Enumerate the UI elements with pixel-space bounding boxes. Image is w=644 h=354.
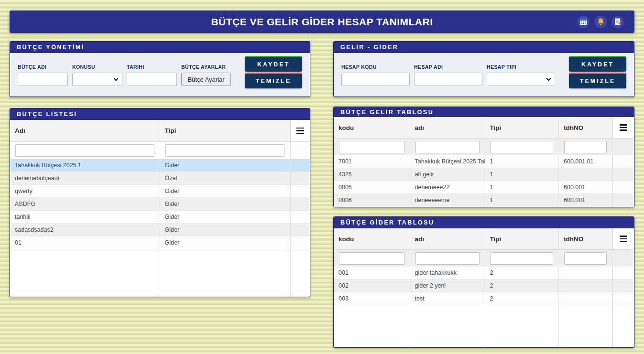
cell-adi: test: [410, 292, 485, 305]
cell-tdhno: [559, 279, 612, 292]
note-edit-icon[interactable]: [611, 16, 624, 28]
cell-adi: ASDFG: [10, 198, 160, 211]
budget-list-filter-row: [10, 142, 310, 159]
tarihi-input[interactable]: [127, 73, 177, 86]
budget-list-empty-area: [10, 249, 310, 297]
column-header-tdhno[interactable]: tdhNO: [559, 117, 612, 139]
calendar-icon-glyph: [579, 18, 588, 26]
adi-filter-input[interactable]: [415, 252, 480, 265]
hesap-kodu-input[interactable]: [341, 73, 410, 86]
budget-name-field: BÜTÇE ADI: [18, 64, 68, 88]
tdhno-filter-input[interactable]: [564, 252, 607, 265]
column-header-adi[interactable]: adı: [410, 228, 485, 250]
budget-name-input[interactable]: [18, 73, 68, 86]
hamburger-menu-icon[interactable]: [618, 122, 629, 133]
column-chooser-cell: [290, 120, 310, 142]
column-chooser-cell: [612, 228, 634, 250]
hamburger-menu-icon[interactable]: [618, 234, 629, 244]
header-icon-group: [577, 11, 624, 33]
cell-tipi: 2: [485, 292, 559, 305]
cell-kodu: 002: [334, 279, 410, 292]
cell-empty: [612, 194, 634, 207]
cell-tipi: 2: [485, 267, 559, 279]
expense-table-filter-row: [334, 250, 634, 267]
income-table-panel: BÜTÇE GELİR TABLOSU kodu adı Tipi tdhNO: [333, 107, 634, 207]
income-expense-actions: KAYDET TEMIZLE: [569, 53, 626, 88]
adi-filter-input[interactable]: [415, 141, 480, 153]
tipi-filter-input[interactable]: [491, 252, 553, 265]
hesap-tipi-select[interactable]: [487, 73, 555, 86]
cell-tdhno: 600.001: [559, 194, 612, 207]
cell-empty: [290, 159, 310, 172]
table-row[interactable]: 01 Gider: [10, 236, 310, 249]
expense-table-rows: 001 gider tahakkukk 2 002 gider 2 yeni 2…: [334, 267, 634, 305]
table-row[interactable]: 4325 alt gelir 1: [334, 168, 634, 181]
kodu-filter-input[interactable]: [339, 141, 404, 153]
column-header-adi[interactable]: Adı: [10, 120, 160, 142]
table-row[interactable]: 001 gider tahakkukk 2: [334, 267, 634, 279]
budget-management-title: BÜTÇE YÖNETİMİ: [10, 42, 310, 53]
cell-kodu: 003: [334, 292, 410, 305]
adi-filter-input[interactable]: [15, 144, 154, 157]
table-row[interactable]: ASDFG Gider: [10, 198, 310, 211]
cell-empty: [290, 236, 310, 249]
cell-empty: [290, 211, 310, 224]
cell-kodu: 001: [334, 267, 410, 279]
tarihi-label: TARIHI: [127, 64, 177, 70]
tipi-filter-input[interactable]: [491, 141, 553, 153]
cell-tipi: 1: [485, 181, 559, 194]
expense-table-title: BÜTÇE GİDER TABLOSU: [334, 217, 634, 228]
cell-kodu: 4325: [334, 168, 410, 181]
cell-adi: qwerty: [10, 185, 160, 198]
cell-tdhno: [559, 292, 612, 305]
expense-table-grid: kodu adı Tipi tdhNO: [334, 228, 634, 347]
table-row[interactable]: Tahakkuk Bütçesi 2025 1 Gider: [10, 159, 310, 172]
tdhno-filter-input[interactable]: [564, 141, 607, 153]
table-row[interactable]: 0006 deneeeeeme 1 600.001: [334, 194, 634, 207]
table-row[interactable]: 002 gider 2 yeni 2: [334, 279, 634, 292]
clear-button[interactable]: TEMIZLE: [569, 73, 626, 88]
column-header-adi[interactable]: adı: [410, 117, 485, 139]
cell-kodu: 0006: [334, 194, 410, 207]
bell-icon[interactable]: [594, 16, 607, 28]
column-header-tipi[interactable]: Tipi: [160, 120, 291, 142]
cell-tdhno: [559, 267, 612, 279]
cell-adi: denemebütçeadı: [10, 172, 160, 185]
save-button[interactable]: KAYDET: [569, 56, 626, 72]
cell-empty: [290, 198, 310, 211]
cell-empty: [290, 224, 310, 236]
budget-list-grid: Adı Tipi Tahakkuk Bütçesi 2025 1 Gider: [10, 120, 310, 297]
table-row[interactable]: sadasdsadas2 Gider: [10, 224, 310, 236]
table-row[interactable]: 7001 Tahakkuk Bütçesi 2025 Tahakk 1 600.…: [334, 155, 634, 168]
butce-ayarlar-label: BÜTÇE AYARLAR: [181, 64, 231, 70]
clear-button[interactable]: TEMIZLE: [245, 73, 302, 88]
column-header-tipi[interactable]: Tipi: [485, 117, 559, 139]
cell-tipi: 1: [485, 168, 559, 181]
column-header-kodu[interactable]: kodu: [334, 228, 410, 250]
column-header-tipi[interactable]: Tipi: [485, 228, 559, 250]
app-header: BÜTÇE VE GELİR GİDER HESAP TANIMLARI: [10, 11, 634, 33]
right-column: GELİR - GİDER HESAP KODU HESAP ADI HESAP…: [333, 41, 634, 348]
content-columns: BÜTÇE YÖNETİMİ BÜTÇE ADI KONUSU: [10, 41, 634, 348]
table-row[interactable]: denemebütçeadı Özel: [10, 172, 310, 185]
income-expense-form: HESAP KODU HESAP ADI HESAP TIPI: [334, 53, 634, 88]
save-button[interactable]: KAYDET: [245, 56, 302, 72]
table-row[interactable]: tarihlii Gider: [10, 211, 310, 224]
column-header-kodu[interactable]: kodu: [334, 117, 410, 139]
butce-ayarlar-button[interactable]: Bütçe Ayarlar: [181, 73, 231, 86]
table-row[interactable]: 003 test 2: [334, 292, 634, 305]
table-row[interactable]: qwerty Gider: [10, 185, 310, 198]
column-header-tdhno[interactable]: tdhNO: [559, 228, 612, 250]
konusu-field: KONUSU: [72, 64, 122, 88]
konusu-select[interactable]: [72, 73, 122, 86]
hesap-adi-input[interactable]: [414, 73, 482, 86]
left-column: BÜTÇE YÖNETİMİ BÜTÇE ADI KONUSU: [10, 41, 310, 297]
calendar-icon[interactable]: [577, 16, 589, 28]
page-title: BÜTÇE VE GELİR GİDER HESAP TANIMLARI: [211, 16, 433, 28]
budget-list-title: BÜTÇE LİSTESİ: [10, 108, 310, 120]
tipi-filter-input[interactable]: [165, 144, 285, 157]
hamburger-menu-icon[interactable]: [295, 126, 306, 136]
kodu-filter-input[interactable]: [339, 252, 404, 265]
table-row[interactable]: 0005 denemeee22 1 600.001: [334, 181, 634, 194]
budget-management-actions: KAYDET TEMIZLE: [245, 53, 302, 88]
